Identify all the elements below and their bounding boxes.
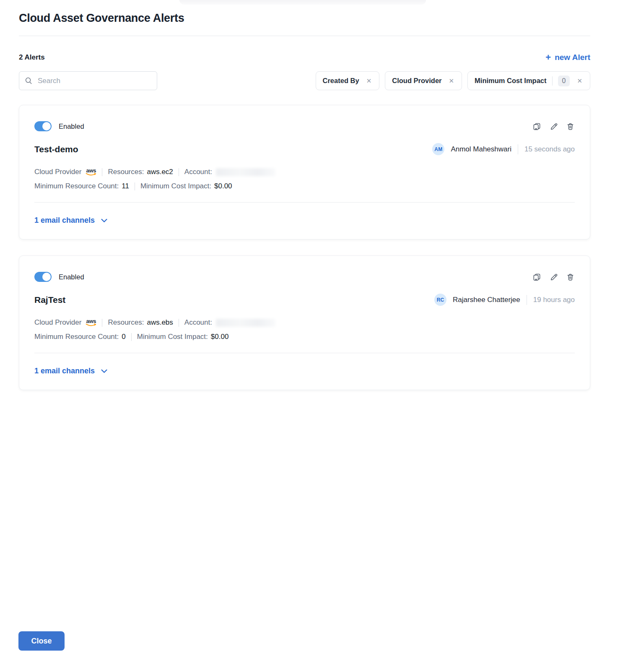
aws-logo-icon: aws — [86, 318, 96, 327]
cloud-provider-label: Cloud Provider — [34, 168, 81, 176]
chip-divider — [552, 76, 553, 86]
email-channels-label: 1 email channels — [34, 367, 95, 375]
title-divider — [19, 36, 590, 36]
search-input[interactable] — [37, 76, 151, 86]
filter-chip-label: Cloud Provider — [392, 77, 441, 85]
min-resource-count-label: Minimum Resource Count: — [34, 333, 119, 341]
account-value-redacted — [216, 319, 275, 327]
min-cost-impact-label: Minimum Cost Impact: — [140, 182, 211, 190]
toggle-knob — [42, 273, 51, 281]
min-cost-impact-label: Minimum Cost Impact: — [137, 333, 208, 341]
card-divider — [34, 353, 575, 353]
last-updated-time: 15 seconds ago — [524, 145, 575, 154]
last-updated-time: 19 hours ago — [533, 296, 575, 304]
duplicate-icon — [532, 273, 541, 281]
filter-chip-cloud-provider[interactable]: Cloud Provider ✕ — [385, 71, 462, 90]
meta-row-thresholds: Minimum Resource Count: 0 Minimum Cost I… — [34, 333, 575, 341]
avatar: AM — [432, 143, 444, 155]
filter-chip-label: Minimum Cost Impact — [475, 77, 546, 85]
edit-button[interactable] — [549, 122, 558, 131]
duplicate-button[interactable] — [532, 273, 541, 281]
filter-chip-minimum-cost-impact[interactable]: Minimum Cost Impact 0 ✕ — [467, 71, 590, 90]
author-group: AM Anmol Maheshwari 15 seconds ago — [432, 143, 575, 155]
meta-separator — [135, 182, 135, 190]
filter-chips: Created By ✕ Cloud Provider ✕ Minimum Co… — [316, 71, 590, 90]
card-divider — [34, 202, 575, 203]
meta-separator — [102, 319, 102, 327]
meta-row-thresholds: Minimum Resource Count: 11 Minimum Cost … — [34, 182, 575, 190]
alerts-panel: Cloud Asset Governance Alerts 2 Alerts +… — [0, 12, 628, 390]
meta-separator — [131, 333, 132, 341]
author-group: RC Rajarshee Chatterjee 19 hours ago — [434, 294, 575, 306]
toggle-knob — [42, 122, 51, 130]
alert-card-test-demo: Enabled — [19, 105, 590, 240]
email-channels-expander[interactable]: 1 email channels — [34, 367, 107, 375]
chevron-down-icon — [101, 369, 107, 373]
vertical-separator — [527, 295, 527, 305]
resources-value: aws.ebs — [147, 318, 173, 327]
author-name: Rajarshee Chatterjee — [453, 296, 520, 304]
remove-filter-icon[interactable]: ✕ — [448, 77, 455, 85]
email-channels-expander[interactable]: 1 email channels — [34, 216, 107, 225]
email-channels-label: 1 email channels — [34, 216, 95, 225]
meta-row-provider: Cloud Provider aws Resources: aws.ec2 Ac… — [34, 168, 575, 176]
meta-separator — [102, 168, 102, 176]
new-alert-label: new Alert — [555, 53, 590, 62]
edit-button[interactable] — [549, 273, 558, 281]
remove-filter-icon[interactable]: ✕ — [576, 77, 583, 85]
remove-filter-icon[interactable]: ✕ — [366, 77, 373, 85]
delete-button[interactable] — [566, 122, 575, 131]
resources-label: Resources: — [108, 168, 144, 176]
enabled-toggle[interactable] — [34, 121, 52, 131]
card-actions — [532, 122, 575, 131]
alerts-count: 2 Alerts — [19, 53, 45, 62]
min-cost-impact-value: $0.00 — [214, 182, 232, 190]
toolbar: 2 Alerts + new Alert — [19, 53, 590, 62]
alert-name: Test-demo — [34, 144, 78, 154]
plus-icon: + — [545, 53, 551, 62]
meta-row-provider: Cloud Provider aws Resources: aws.ebs Ac… — [34, 318, 575, 327]
search-icon — [25, 77, 33, 85]
meta-separator — [179, 319, 179, 327]
resources-label: Resources: — [108, 318, 144, 327]
enabled-label: Enabled — [59, 122, 84, 130]
delete-button[interactable] — [566, 273, 575, 281]
page-title: Cloud Asset Governance Alerts — [19, 12, 590, 25]
vertical-separator — [518, 144, 518, 154]
trash-icon — [566, 273, 575, 281]
min-resource-count-value: 0 — [122, 333, 125, 341]
filter-chip-created-by[interactable]: Created By ✕ — [316, 71, 380, 90]
duplicate-icon — [532, 122, 541, 131]
controls-row: Created By ✕ Cloud Provider ✕ Minimum Co… — [19, 71, 590, 90]
resources-value: aws.ec2 — [147, 168, 173, 176]
cloud-provider-label: Cloud Provider — [34, 318, 81, 327]
filter-chip-value: 0 — [558, 76, 570, 86]
chevron-down-icon — [101, 219, 107, 223]
enabled-label: Enabled — [59, 273, 84, 281]
search-box[interactable] — [19, 71, 157, 90]
min-resource-count-value: 11 — [122, 182, 129, 190]
edit-pencil-icon — [549, 273, 558, 281]
account-value-redacted — [216, 168, 275, 176]
aws-logo-icon: aws — [86, 168, 96, 176]
min-cost-impact-value: $0.00 — [211, 333, 229, 341]
avatar: RC — [434, 294, 446, 306]
account-label: Account: — [184, 168, 212, 176]
author-name: Anmol Maheshwari — [451, 145, 511, 154]
alert-name: RajTest — [34, 295, 65, 305]
edit-pencil-icon — [549, 122, 558, 131]
enabled-toggle[interactable] — [34, 272, 52, 282]
meta-separator — [179, 168, 179, 176]
account-label: Account: — [184, 318, 212, 327]
close-button[interactable]: Close — [18, 631, 65, 651]
new-alert-button[interactable]: + new Alert — [545, 53, 590, 62]
card-actions — [532, 273, 575, 281]
filter-chip-label: Created By — [323, 77, 359, 85]
min-resource-count-label: Minimum Resource Count: — [34, 182, 119, 190]
top-scroll-shadow — [179, 0, 426, 5]
trash-icon — [566, 122, 575, 131]
duplicate-button[interactable] — [532, 122, 541, 131]
alert-card-rajtest: Enabled — [19, 255, 590, 390]
